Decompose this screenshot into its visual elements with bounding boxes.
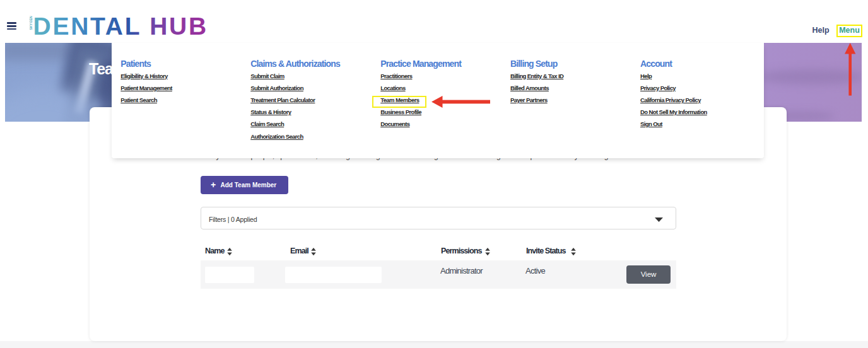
svg-text:DENTAL HUB: DENTAL HUB	[33, 13, 208, 40]
svg-text:SKYGEN: SKYGEN	[29, 16, 33, 30]
